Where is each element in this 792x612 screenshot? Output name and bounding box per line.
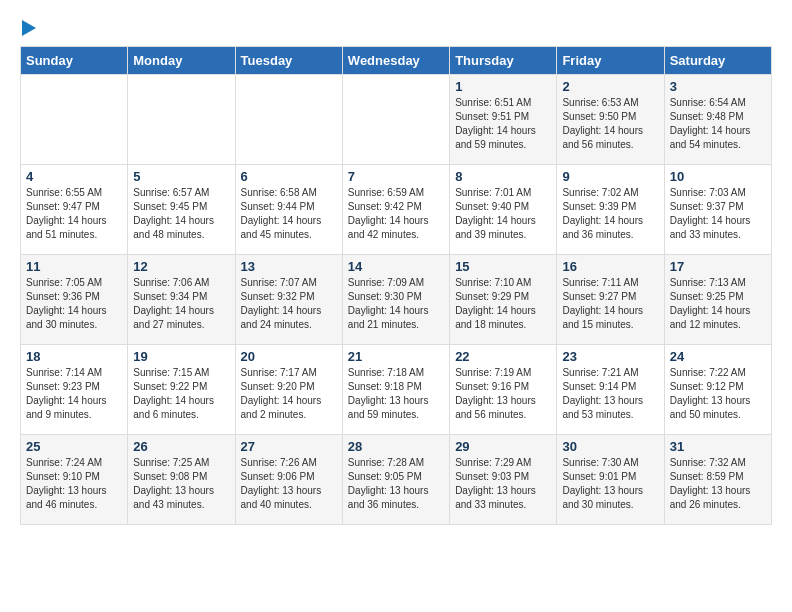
- day-number: 1: [455, 79, 551, 94]
- day-info: Sunrise: 7:24 AM Sunset: 9:10 PM Dayligh…: [26, 456, 122, 512]
- day-info: Sunrise: 7:18 AM Sunset: 9:18 PM Dayligh…: [348, 366, 444, 422]
- day-number: 28: [348, 439, 444, 454]
- calendar-cell: 29Sunrise: 7:29 AM Sunset: 9:03 PM Dayli…: [450, 435, 557, 525]
- calendar-cell: 17Sunrise: 7:13 AM Sunset: 9:25 PM Dayli…: [664, 255, 771, 345]
- day-info: Sunrise: 7:14 AM Sunset: 9:23 PM Dayligh…: [26, 366, 122, 422]
- logo: [20, 20, 36, 36]
- weekday-header-saturday: Saturday: [664, 47, 771, 75]
- day-info: Sunrise: 7:09 AM Sunset: 9:30 PM Dayligh…: [348, 276, 444, 332]
- logo-arrow-icon: [22, 20, 36, 36]
- calendar-cell: 27Sunrise: 7:26 AM Sunset: 9:06 PM Dayli…: [235, 435, 342, 525]
- day-info: Sunrise: 7:06 AM Sunset: 9:34 PM Dayligh…: [133, 276, 229, 332]
- day-number: 29: [455, 439, 551, 454]
- day-number: 31: [670, 439, 766, 454]
- day-info: Sunrise: 7:19 AM Sunset: 9:16 PM Dayligh…: [455, 366, 551, 422]
- calendar-cell: 1Sunrise: 6:51 AM Sunset: 9:51 PM Daylig…: [450, 75, 557, 165]
- day-info: Sunrise: 7:03 AM Sunset: 9:37 PM Dayligh…: [670, 186, 766, 242]
- day-info: Sunrise: 7:26 AM Sunset: 9:06 PM Dayligh…: [241, 456, 337, 512]
- day-number: 27: [241, 439, 337, 454]
- day-number: 21: [348, 349, 444, 364]
- day-info: Sunrise: 7:10 AM Sunset: 9:29 PM Dayligh…: [455, 276, 551, 332]
- calendar-cell: 15Sunrise: 7:10 AM Sunset: 9:29 PM Dayli…: [450, 255, 557, 345]
- calendar-cell: 8Sunrise: 7:01 AM Sunset: 9:40 PM Daylig…: [450, 165, 557, 255]
- weekday-header-wednesday: Wednesday: [342, 47, 449, 75]
- calendar-week-2: 4Sunrise: 6:55 AM Sunset: 9:47 PM Daylig…: [21, 165, 772, 255]
- day-number: 8: [455, 169, 551, 184]
- day-number: 11: [26, 259, 122, 274]
- day-number: 22: [455, 349, 551, 364]
- weekday-header-monday: Monday: [128, 47, 235, 75]
- calendar-cell: 2Sunrise: 6:53 AM Sunset: 9:50 PM Daylig…: [557, 75, 664, 165]
- day-number: 10: [670, 169, 766, 184]
- calendar-week-5: 25Sunrise: 7:24 AM Sunset: 9:10 PM Dayli…: [21, 435, 772, 525]
- day-number: 13: [241, 259, 337, 274]
- day-number: 4: [26, 169, 122, 184]
- calendar-cell: 25Sunrise: 7:24 AM Sunset: 9:10 PM Dayli…: [21, 435, 128, 525]
- day-info: Sunrise: 7:01 AM Sunset: 9:40 PM Dayligh…: [455, 186, 551, 242]
- calendar-cell: 26Sunrise: 7:25 AM Sunset: 9:08 PM Dayli…: [128, 435, 235, 525]
- calendar-cell: 14Sunrise: 7:09 AM Sunset: 9:30 PM Dayli…: [342, 255, 449, 345]
- calendar-cell: 18Sunrise: 7:14 AM Sunset: 9:23 PM Dayli…: [21, 345, 128, 435]
- calendar-cell: 28Sunrise: 7:28 AM Sunset: 9:05 PM Dayli…: [342, 435, 449, 525]
- calendar-cell: [342, 75, 449, 165]
- calendar-cell: 16Sunrise: 7:11 AM Sunset: 9:27 PM Dayli…: [557, 255, 664, 345]
- day-info: Sunrise: 7:22 AM Sunset: 9:12 PM Dayligh…: [670, 366, 766, 422]
- page-header: [20, 20, 772, 36]
- day-info: Sunrise: 6:55 AM Sunset: 9:47 PM Dayligh…: [26, 186, 122, 242]
- calendar-cell: 20Sunrise: 7:17 AM Sunset: 9:20 PM Dayli…: [235, 345, 342, 435]
- calendar-cell: 19Sunrise: 7:15 AM Sunset: 9:22 PM Dayli…: [128, 345, 235, 435]
- day-info: Sunrise: 7:11 AM Sunset: 9:27 PM Dayligh…: [562, 276, 658, 332]
- weekday-header-tuesday: Tuesday: [235, 47, 342, 75]
- calendar-cell: 5Sunrise: 6:57 AM Sunset: 9:45 PM Daylig…: [128, 165, 235, 255]
- day-info: Sunrise: 7:29 AM Sunset: 9:03 PM Dayligh…: [455, 456, 551, 512]
- calendar-cell: 31Sunrise: 7:32 AM Sunset: 8:59 PM Dayli…: [664, 435, 771, 525]
- calendar-cell: 4Sunrise: 6:55 AM Sunset: 9:47 PM Daylig…: [21, 165, 128, 255]
- calendar-cell: [21, 75, 128, 165]
- calendar-cell: [235, 75, 342, 165]
- calendar-week-1: 1Sunrise: 6:51 AM Sunset: 9:51 PM Daylig…: [21, 75, 772, 165]
- calendar-cell: 11Sunrise: 7:05 AM Sunset: 9:36 PM Dayli…: [21, 255, 128, 345]
- day-info: Sunrise: 7:15 AM Sunset: 9:22 PM Dayligh…: [133, 366, 229, 422]
- calendar-cell: 13Sunrise: 7:07 AM Sunset: 9:32 PM Dayli…: [235, 255, 342, 345]
- calendar-cell: 3Sunrise: 6:54 AM Sunset: 9:48 PM Daylig…: [664, 75, 771, 165]
- day-info: Sunrise: 7:07 AM Sunset: 9:32 PM Dayligh…: [241, 276, 337, 332]
- day-number: 26: [133, 439, 229, 454]
- day-number: 15: [455, 259, 551, 274]
- day-info: Sunrise: 6:51 AM Sunset: 9:51 PM Dayligh…: [455, 96, 551, 152]
- calendar-cell: 10Sunrise: 7:03 AM Sunset: 9:37 PM Dayli…: [664, 165, 771, 255]
- day-number: 25: [26, 439, 122, 454]
- day-info: Sunrise: 7:05 AM Sunset: 9:36 PM Dayligh…: [26, 276, 122, 332]
- day-info: Sunrise: 6:57 AM Sunset: 9:45 PM Dayligh…: [133, 186, 229, 242]
- day-number: 3: [670, 79, 766, 94]
- day-info: Sunrise: 7:17 AM Sunset: 9:20 PM Dayligh…: [241, 366, 337, 422]
- day-number: 16: [562, 259, 658, 274]
- day-info: Sunrise: 7:21 AM Sunset: 9:14 PM Dayligh…: [562, 366, 658, 422]
- weekday-header-friday: Friday: [557, 47, 664, 75]
- day-number: 18: [26, 349, 122, 364]
- day-info: Sunrise: 7:02 AM Sunset: 9:39 PM Dayligh…: [562, 186, 658, 242]
- day-info: Sunrise: 6:53 AM Sunset: 9:50 PM Dayligh…: [562, 96, 658, 152]
- day-number: 23: [562, 349, 658, 364]
- weekday-header-row: SundayMondayTuesdayWednesdayThursdayFrid…: [21, 47, 772, 75]
- calendar-cell: 22Sunrise: 7:19 AM Sunset: 9:16 PM Dayli…: [450, 345, 557, 435]
- calendar-cell: 7Sunrise: 6:59 AM Sunset: 9:42 PM Daylig…: [342, 165, 449, 255]
- calendar-cell: [128, 75, 235, 165]
- day-number: 9: [562, 169, 658, 184]
- day-info: Sunrise: 7:28 AM Sunset: 9:05 PM Dayligh…: [348, 456, 444, 512]
- calendar-cell: 12Sunrise: 7:06 AM Sunset: 9:34 PM Dayli…: [128, 255, 235, 345]
- calendar-cell: 6Sunrise: 6:58 AM Sunset: 9:44 PM Daylig…: [235, 165, 342, 255]
- day-info: Sunrise: 7:32 AM Sunset: 8:59 PM Dayligh…: [670, 456, 766, 512]
- day-info: Sunrise: 6:59 AM Sunset: 9:42 PM Dayligh…: [348, 186, 444, 242]
- calendar-week-4: 18Sunrise: 7:14 AM Sunset: 9:23 PM Dayli…: [21, 345, 772, 435]
- day-number: 17: [670, 259, 766, 274]
- day-number: 24: [670, 349, 766, 364]
- calendar-cell: 30Sunrise: 7:30 AM Sunset: 9:01 PM Dayli…: [557, 435, 664, 525]
- day-info: Sunrise: 7:25 AM Sunset: 9:08 PM Dayligh…: [133, 456, 229, 512]
- day-number: 6: [241, 169, 337, 184]
- day-number: 12: [133, 259, 229, 274]
- day-number: 2: [562, 79, 658, 94]
- day-number: 14: [348, 259, 444, 274]
- day-number: 19: [133, 349, 229, 364]
- day-number: 30: [562, 439, 658, 454]
- weekday-header-sunday: Sunday: [21, 47, 128, 75]
